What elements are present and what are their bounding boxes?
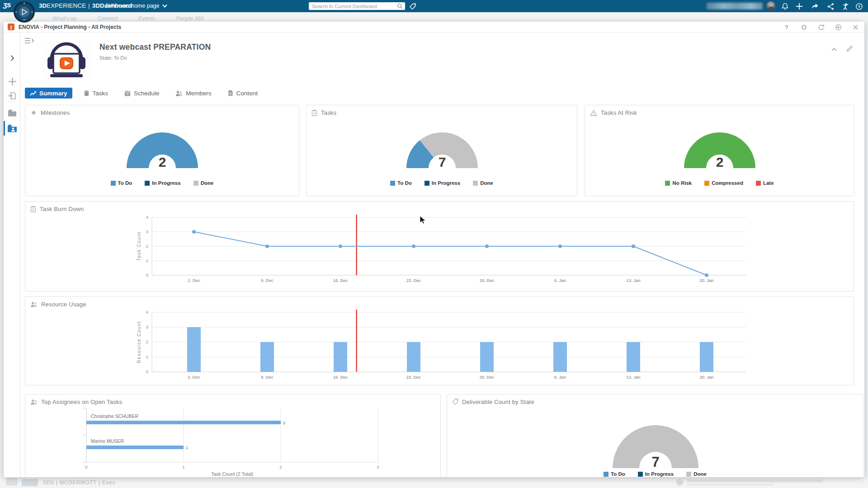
svg-text:Task Count (2 Total): Task Count (2 Total) [211,471,253,477]
widget-help-icon[interactable]: ? [783,23,790,31]
svg-text:9. Dec: 9. Dec [261,278,274,283]
tab-content-label: Content [236,90,258,97]
widget-settings-gear-icon[interactable] [800,23,807,31]
svg-text:2. Dec: 2. Dec [188,375,200,380]
dimmed-avatar [676,479,683,486]
widget-window-project-planning: ʒ ENOVIA - Project Planning - All Projec… [4,22,864,477]
widget-left-rail [4,33,20,477]
burndown-clipboard-icon [30,206,36,212]
svg-text:3: 3 [377,465,379,469]
resource-people-icon [30,301,38,307]
rail-expand-chevron-icon[interactable] [7,52,18,63]
help-icon[interactable]: ? [855,2,863,10]
svg-text:20. Jan: 20. Jan [699,375,713,380]
svg-text:2: 2 [146,339,148,344]
rail-add-icon[interactable] [7,76,18,87]
tab-summary[interactable]: Summary [25,88,72,99]
svg-text:0: 0 [146,369,148,374]
rail-project-folder-icon-active[interactable] [7,123,18,134]
tab-schedule[interactable]: Schedule [119,88,164,99]
widget-refresh-icon[interactable] [817,23,825,31]
dimmed-footer-text: 3DS | MCDERMOTT | Exec [43,479,115,486]
share-network-icon[interactable] [826,2,835,10]
project-state: State: To Do [99,55,127,61]
nav-events[interactable]: Events [139,15,156,22]
notifications-bell-icon[interactable] [781,2,789,10]
members-people-icon [175,90,183,96]
tab-members[interactable]: Members [170,88,216,99]
svg-text:2. Dec: 2. Dec [188,278,200,283]
brand-3d: 3D [39,2,47,9]
card-title: Task Burn Down [40,206,84,212]
card-title: Tasks At Risk [601,109,637,116]
card-title: Tasks [321,109,336,116]
state-label: State: [99,55,113,61]
legend-swatch [638,472,643,477]
tag-icon[interactable] [408,2,416,10]
svg-text:30. Dec: 30. Dec [480,278,495,283]
search-icon[interactable] [397,3,405,9]
assignees-people-icon [30,399,38,405]
add-content-icon[interactable] [795,2,803,10]
3dexperience-compass-logo[interactable]: V.R [13,1,35,23]
widget-popout-icon[interactable] [835,23,842,31]
swym-community-icon[interactable] [841,2,849,10]
rail-folder-icon[interactable] [7,108,18,118]
legend-item: To Do [604,471,625,477]
dimmed-text-line [687,483,773,486]
dimmed-widget-corner [6,478,17,485]
enovia-app-icon: ʒ [8,23,14,30]
dimmed-logo [22,479,38,486]
tasks-at-risk-legend: No RiskCompressedLate [585,180,854,186]
widget-close-icon[interactable] [852,23,859,31]
legend-swatch [604,472,609,477]
legend-item: To Do [111,180,132,186]
legend-item: To Do [390,180,412,186]
tab-content[interactable]: Content [223,88,263,99]
summary-chart-icon [30,90,36,96]
svg-text:Resource Count: Resource Count [137,321,142,363]
svg-text:2: 2 [146,244,148,249]
user-avatar[interactable] [766,1,776,11]
svg-text:1: 1 [186,445,188,450]
svg-text:9. Dec: 9. Dec [261,375,274,380]
tasks-clipboard-icon [84,90,90,96]
svg-text:3: 3 [146,324,148,329]
nav-whats-up[interactable]: What's up [52,15,76,22]
screen: What's up Connect Events People 360 3DS … [0,0,868,488]
brand-experience: EXPERIENCE [47,2,86,9]
svg-text:23. Dec: 23. Dec [406,278,421,283]
share-forward-icon[interactable] [811,2,819,10]
search-input[interactable] [309,4,397,9]
svg-text:?: ? [858,4,860,9]
panel-list-icon[interactable] [24,37,34,46]
svg-text:3: 3 [146,229,148,234]
legend-item: Compressed [704,180,743,186]
edit-pencil-icon[interactable] [846,45,854,52]
collapse-header-chevron-icon[interactable] [831,45,839,52]
svg-text:4: 4 [146,215,148,220]
widget-milestones: Milestones 2 To DoIn ProgressDone [25,105,299,196]
content-document-icon [228,90,233,96]
tab-tasks[interactable]: Tasks [79,88,113,99]
dashboard-switcher[interactable]: SwYmers home page [105,3,167,9]
milestones-legend: To DoIn ProgressDone [25,180,299,186]
svg-text:6. Jan: 6. Jan [554,278,566,283]
svg-text:1: 1 [182,465,184,469]
svg-text:2: 2 [279,465,282,469]
brand-divider: | [88,2,90,9]
widget-deliverable-count: Deliverable Count by State 7 To DoIn Pro… [447,394,863,477]
legend-swatch [704,181,709,186]
legend-item: Done [473,180,493,186]
legend-item: Late [756,180,774,186]
legend-swatch [390,181,395,186]
rail-import-icon[interactable] [7,90,18,101]
nav-connect[interactable]: Connect [97,15,118,22]
rail-active-indicator [4,121,5,136]
legend-item: Done [193,180,214,186]
nav-people-360[interactable]: People 360 [176,15,204,22]
resource-usage-bar-chart: Resource Count012342. Dec9. Dec16. Dec23… [25,297,854,385]
legend-item: In Progress [145,180,180,186]
svg-text:0: 0 [85,465,87,469]
widget-top-assignees: Top Assignees on Open Tasks 0123Christop… [25,394,441,477]
